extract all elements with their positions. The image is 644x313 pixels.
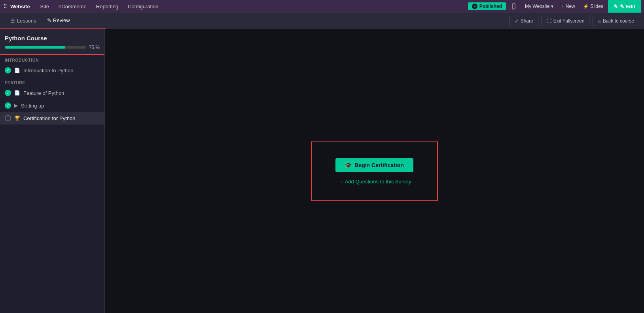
course-header: Python Course 75 % — [0, 29, 104, 54]
share-button[interactable]: ⤢ Share — [510, 16, 538, 26]
progress-row: 75 % — [5, 45, 100, 50]
nav-reporting[interactable]: Reporting — [92, 0, 122, 13]
lesson-item-certification[interactable]: 🏆 Certification for Python — [0, 112, 104, 124]
graduation-cap-icon: 🎓 — [345, 162, 352, 168]
share-icon: ⤢ — [515, 18, 519, 24]
lesson-check-feature: ✓ — [5, 90, 11, 96]
progress-bar-background — [5, 46, 86, 49]
lesson-check-setting: ✓ — [5, 102, 11, 109]
new-button[interactable]: + New — [558, 0, 578, 13]
lesson-video-icon: ▶ — [14, 103, 18, 108]
lesson-item-setting-up[interactable]: ✓ ▶ Setting up — [0, 99, 104, 112]
add-questions-link[interactable]: → Add Questions to this Survey — [338, 179, 411, 185]
lesson-trophy-icon: 🏆 — [14, 115, 20, 121]
edit-icon: ✎ — [614, 4, 618, 9]
lesson-check-cert — [5, 115, 11, 121]
top-navbar: ⠿ Website Site eCommerce Reporting Confi… — [0, 0, 644, 13]
nav-ecommerce[interactable]: eCommerce — [55, 0, 91, 13]
lesson-label-feature: Feature of Python — [23, 90, 64, 96]
main-layout: Python Course 75 % INTRODUCTION ✓ 📄 Intr… — [0, 29, 644, 313]
lesson-item-feature-python[interactable]: ✓ 📄 Feature of Python — [0, 87, 104, 99]
section-feature: FEATURE — [0, 77, 104, 87]
nav-configuration[interactable]: Configuration — [124, 0, 162, 13]
main-content: 🎓 Begin Certification → Add Questions to… — [105, 29, 644, 313]
fullscreen-icon: ⛶ — [547, 18, 551, 24]
home-icon: ⌂ — [598, 18, 600, 24]
menu-icon: ☰ — [10, 18, 15, 24]
published-label: Published — [479, 4, 502, 9]
lesson-label-setting: Setting up — [21, 103, 44, 109]
lesson-label-cert: Certification for Python — [23, 115, 76, 121]
section-introduction: INTRODUCTION — [0, 54, 104, 64]
arrow-right-icon: → — [338, 179, 343, 185]
apps-icon[interactable]: ⠿ — [3, 3, 7, 9]
brand-name[interactable]: Website — [10, 4, 30, 9]
chevron-down-icon: ▾ — [551, 4, 553, 9]
top-nav-right: ✓ Published My Website ▾ + New ⚡ Slides … — [468, 0, 641, 13]
back-to-course-button[interactable]: ⌂ Back to course — [593, 16, 639, 26]
tab-review[interactable]: ✎ Review — [42, 13, 75, 29]
toolbar-right: ⤢ Share ⛶ Exit Fullscreen ⌂ Back to cour… — [510, 16, 639, 26]
lesson-item-intro-python[interactable]: ✓ 📄 Introduction to Python — [0, 64, 104, 77]
tab-lessons[interactable]: ☰ Lessons — [5, 13, 42, 29]
certification-box: 🎓 Begin Certification → Add Questions to… — [312, 142, 437, 200]
my-website-button[interactable]: My Website ▾ — [522, 0, 557, 13]
progress-percentage: 75 % — [89, 45, 100, 50]
check-icon: ✓ — [472, 4, 477, 9]
svg-point-1 — [513, 8, 514, 9]
progress-bar-fill — [5, 46, 65, 49]
lesson-check-intro: ✓ — [5, 67, 11, 74]
sidebar: Python Course 75 % INTRODUCTION ✓ 📄 Intr… — [0, 29, 105, 313]
begin-certification-button[interactable]: 🎓 Begin Certification — [335, 158, 413, 172]
published-button[interactable]: ✓ Published — [468, 2, 506, 10]
mobile-icon[interactable] — [508, 0, 520, 13]
slides-button[interactable]: ⚡ Slides — [580, 0, 606, 13]
nav-site[interactable]: Site — [36, 0, 53, 13]
course-title: Python Course — [5, 35, 100, 41]
lesson-doc-icon: 📄 — [14, 68, 20, 73]
lesson-doc-icon-2: 📄 — [14, 90, 20, 96]
toolbar: ☰ Lessons ✎ Review ⤢ Share ⛶ Exit Fullsc… — [0, 13, 644, 29]
exit-fullscreen-button[interactable]: ⛶ Exit Fullscreen — [542, 16, 590, 26]
lesson-label-intro: Introduction to Python — [23, 68, 73, 74]
edit-button[interactable]: ✎ ✎ Edit — [608, 0, 641, 13]
